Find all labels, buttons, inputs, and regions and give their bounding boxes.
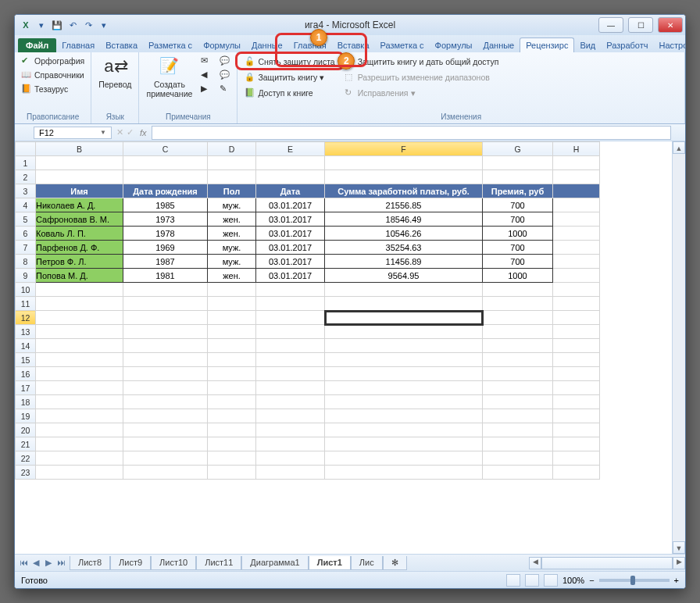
cell-B15[interactable] <box>36 353 123 367</box>
sheet-tab-Лис[interactable]: Лис <box>351 556 383 570</box>
cell-H16[interactable] <box>553 367 600 381</box>
cell-F17[interactable] <box>325 381 483 395</box>
research-button[interactable]: 📖Справочники <box>19 69 87 81</box>
row-header-12[interactable]: 12 <box>16 311 36 325</box>
enter-icon[interactable]: ✓ <box>127 127 134 137</box>
new-sheet-button[interactable]: ✻ <box>383 556 407 570</box>
cell-H10[interactable] <box>553 283 600 297</box>
cell-E10[interactable] <box>256 283 325 297</box>
close-button[interactable]: ✕ <box>658 17 683 33</box>
cell-F13[interactable] <box>325 325 483 339</box>
cell-G23[interactable] <box>483 466 553 480</box>
sheet-tab-Лист8[interactable]: Лист8 <box>70 556 110 570</box>
tab-Вставка[interactable]: Вставка <box>332 38 375 52</box>
row-header-22[interactable]: 22 <box>16 451 36 466</box>
cell-B19[interactable] <box>36 409 123 423</box>
table-cell[interactable]: 9564.95 <box>325 269 483 283</box>
row-header-14[interactable]: 14 <box>16 339 36 353</box>
cell-B14[interactable] <box>36 339 123 353</box>
cell-H18[interactable] <box>553 395 600 409</box>
fx-icon[interactable]: fx <box>140 128 147 137</box>
cell-H2[interactable] <box>553 170 600 184</box>
unprotect-sheet-button[interactable]: 🔓Снять защиту листа <box>241 55 338 69</box>
cell-G10[interactable] <box>483 283 553 297</box>
cell-F21[interactable] <box>325 437 483 451</box>
table-cell[interactable]: жен. <box>208 269 256 283</box>
cell-F14[interactable] <box>325 339 483 353</box>
cell-C21[interactable] <box>123 437 208 451</box>
row-header-9[interactable]: 9 <box>16 269 36 283</box>
col-header-H[interactable]: H <box>553 142 600 156</box>
cell-D10[interactable] <box>208 283 256 297</box>
cell-E22[interactable] <box>256 451 325 466</box>
cell-B11[interactable] <box>36 297 123 311</box>
row-header-1[interactable]: 1 <box>16 156 36 170</box>
table-cell[interactable]: 1969 <box>123 241 208 255</box>
cell-B13[interactable] <box>36 325 123 339</box>
sheet-nav-last-icon[interactable]: ⏭ <box>55 558 66 568</box>
table-header-cell[interactable]: Дата рождения <box>123 184 208 198</box>
cell-F1[interactable] <box>325 156 483 170</box>
scroll-down-icon[interactable]: ▼ <box>673 541 685 554</box>
table-cell[interactable]: Николаев А. Д. <box>36 198 123 212</box>
cell-G12[interactable] <box>483 311 553 325</box>
cell-H1[interactable] <box>553 156 600 170</box>
cell-B21[interactable] <box>36 437 123 451</box>
cell-G13[interactable] <box>483 325 553 339</box>
cell-C17[interactable] <box>123 381 208 395</box>
tab-Настройк[interactable]: Настройк <box>654 38 687 52</box>
table-cell[interactable]: 700 <box>483 241 553 255</box>
cell-C12[interactable] <box>123 311 208 325</box>
row-header-7[interactable]: 7 <box>16 241 36 255</box>
cell-C10[interactable] <box>123 283 208 297</box>
tab-review[interactable]: Рецензирс <box>520 37 574 52</box>
cell-C1[interactable] <box>123 156 208 170</box>
tab-Данные[interactable]: Данные <box>246 38 288 52</box>
cell-C13[interactable] <box>123 325 208 339</box>
cell-E17[interactable] <box>256 381 325 395</box>
table-cell[interactable]: Петров Ф. Л. <box>36 255 123 269</box>
table-cell[interactable]: жен. <box>208 212 256 227</box>
redo-icon[interactable]: ↷ <box>82 19 95 31</box>
next-comment-button[interactable]: ▶ <box>198 83 214 95</box>
table-cell[interactable]: 700 <box>483 212 553 227</box>
cell-F23[interactable] <box>325 466 483 480</box>
row-header-8[interactable]: 8 <box>16 255 36 269</box>
cancel-icon[interactable]: ✕ <box>116 127 123 137</box>
track-changes-button[interactable]: ↻Исправления ▾ <box>341 86 502 100</box>
tab-Формулы[interactable]: Формулы <box>198 38 246 52</box>
table-cell[interactable]: 35254.63 <box>325 241 483 255</box>
col-header-G[interactable]: G <box>483 142 553 156</box>
protect-workbook-button[interactable]: 🔒Защитить книгу ▾ <box>241 70 338 84</box>
cell-E18[interactable] <box>256 395 325 409</box>
view-normal-button[interactable] <box>506 574 520 587</box>
cell-F10[interactable] <box>325 283 483 297</box>
scroll-left-icon[interactable]: ◀ <box>529 557 541 569</box>
cell-D21[interactable] <box>208 437 256 451</box>
tab-Разметка с[interactable]: Разметка с <box>143 38 198 52</box>
table-cell[interactable]: 03.01.2017 <box>256 198 325 212</box>
row-header-6[interactable]: 6 <box>16 227 36 241</box>
row-header-21[interactable]: 21 <box>16 437 36 451</box>
cell-F18[interactable] <box>325 395 483 409</box>
cell-G21[interactable] <box>483 437 553 451</box>
undo-icon[interactable]: ↶ <box>66 19 79 31</box>
row-header-15[interactable]: 15 <box>16 353 36 367</box>
cell-B20[interactable] <box>36 423 123 437</box>
table-cell[interactable]: 1973 <box>123 212 208 227</box>
cell-G2[interactable] <box>483 170 553 184</box>
cell-E16[interactable] <box>256 367 325 381</box>
cell-D23[interactable] <box>208 466 256 480</box>
row-header-23[interactable]: 23 <box>16 466 36 480</box>
share-workbook-button[interactable]: 📗Доступ к книге <box>241 86 338 100</box>
cell-H15[interactable] <box>553 353 600 367</box>
cell-E21[interactable] <box>256 437 325 451</box>
table-header-cell[interactable]: Дата <box>256 184 325 198</box>
row-header-10[interactable]: 10 <box>16 283 36 297</box>
col-header-F[interactable]: F <box>325 142 483 156</box>
formula-input[interactable] <box>152 126 671 140</box>
cell-C22[interactable] <box>123 451 208 466</box>
col-header-D[interactable]: D <box>208 142 256 156</box>
cell-C14[interactable] <box>123 339 208 353</box>
cell-C23[interactable] <box>123 466 208 480</box>
